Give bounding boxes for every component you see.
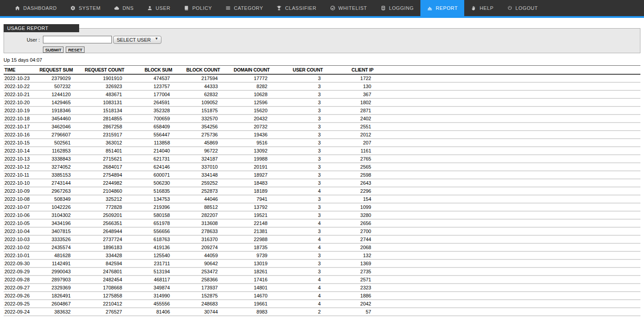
nav-item-category[interactable]: CATEGORY [219, 0, 270, 16]
table-cell: 2814855 [75, 115, 127, 123]
table-cell: 30744 [174, 308, 222, 316]
table-cell: 349874 [127, 284, 174, 292]
table-cell: 3 [272, 203, 325, 211]
table-cell: 2509201 [75, 211, 127, 219]
table-cell: 19436 [222, 131, 272, 139]
submit-button[interactable]: SUBMIT [43, 47, 64, 53]
table-cell: 1722 [325, 74, 376, 82]
table-cell: 700659 [127, 115, 174, 123]
table-row: 2022-10-14116285385140121404096722130923… [4, 147, 640, 155]
user-select-wrap: SELECT USER ▼ [113, 35, 161, 44]
nav-item-system[interactable]: SYSTEM [64, 0, 107, 16]
table-cell-filler [376, 243, 640, 251]
table-cell-filler [376, 90, 640, 98]
nav-item-policy[interactable]: POLICY [177, 0, 219, 16]
table-cell-filler [376, 106, 640, 115]
table-cell: 851401 [75, 147, 127, 155]
table-cell: 3 [272, 115, 325, 123]
table-cell-filler [376, 235, 640, 243]
table-cell: 2104860 [75, 187, 127, 195]
table-cell: 264591 [127, 98, 174, 106]
user-input[interactable] [43, 36, 112, 43]
table-cell-filler [376, 284, 640, 292]
table-cell: 2867258 [75, 123, 127, 131]
column-header: DOMAIN COUNT [222, 66, 272, 75]
table-cell: 2022-10-22 [4, 82, 39, 90]
table-row: 2022-10-23237902919019104745372175941777… [4, 74, 640, 82]
table-cell: 258366 [174, 276, 222, 284]
book-icon [184, 5, 189, 11]
table-cell: 363012 [75, 139, 127, 147]
table-row: 2022-10-17346204628672586584093542562073… [4, 123, 640, 131]
table-row: 2022-09-25260486722104124555562486831966… [4, 300, 640, 308]
table-cell: 253472 [174, 267, 222, 276]
table-cell: 2022-10-19 [4, 106, 39, 115]
table-row: 2022-09-26182649112758583149901528751467… [4, 292, 640, 300]
table-cell-filler [376, 308, 640, 316]
table-cell: 624146 [127, 163, 174, 171]
table-cell-filler [376, 300, 640, 308]
table-cell: 4 [272, 219, 325, 227]
nav-item-logging[interactable]: LOGGING [374, 0, 421, 16]
table-cell: 7941 [222, 195, 272, 203]
table-cell: 2022-10-17 [4, 123, 39, 131]
table-cell: 278633 [174, 227, 222, 235]
table-cell: 2604867 [39, 300, 75, 308]
table-cell: 419136 [127, 243, 174, 251]
table-cell: 125540 [127, 251, 174, 259]
table-cell: 2022-10-14 [4, 147, 39, 155]
nav-item-dashboard[interactable]: DASHBOARD [8, 0, 64, 16]
table-cell: 1161 [325, 147, 376, 155]
table-cell: 2435574 [39, 243, 75, 251]
table-cell: 2022-10-04 [4, 227, 39, 235]
nav-item-dns[interactable]: DNS [107, 0, 140, 16]
table-cell: 3434196 [39, 219, 75, 227]
nav-item-whitelist[interactable]: WHITELIST [323, 0, 374, 16]
nav-item-label: CATEGORY [234, 5, 263, 11]
table-row: 2022-10-04340781526489445566562786332138… [4, 227, 640, 235]
table-cell: 1518134 [75, 106, 127, 115]
nav-item-help[interactable]: HELP [464, 0, 500, 16]
table-cell: 2022-10-07 [4, 203, 39, 211]
cloud-icon [114, 5, 119, 11]
table-cell: 9739 [222, 251, 272, 259]
reset-button[interactable]: RESET [66, 47, 85, 53]
nav-item-user[interactable]: USER [140, 0, 177, 16]
table-row: 2022-10-07104222677282821939688512137923… [4, 203, 640, 211]
table-cell: 2476801 [75, 267, 127, 276]
table-cell: 44059 [174, 251, 222, 259]
table-cell: 2244982 [75, 179, 127, 187]
nav-item-classifier[interactable]: CLASSIFIER [270, 0, 323, 16]
table-cell: 316370 [174, 235, 222, 243]
nav-item-report[interactable]: REPORT [420, 0, 464, 16]
table-cell: 2022-10-15 [4, 139, 39, 147]
table-cell: 3 [272, 98, 325, 106]
table-cell: 513194 [127, 267, 174, 276]
table-cell: 314990 [127, 292, 174, 300]
user-select[interactable]: SELECT USER [113, 36, 161, 44]
table-cell: 2744 [325, 235, 376, 243]
table-cell: 81406 [127, 308, 174, 316]
table-cell: 2656 [325, 219, 376, 227]
table-row: 2022-10-05343419625663516519783136082214… [4, 219, 640, 227]
list-icon [225, 5, 231, 11]
table-cell: 483671 [75, 90, 127, 98]
table-cell: 2735 [325, 267, 376, 276]
nav-item-logout[interactable]: LOGOUT [500, 0, 545, 16]
table-row: 2022-10-21124412048367117700462832106283… [4, 90, 640, 98]
table-cell: 325212 [75, 195, 127, 203]
table-cell: 19521 [222, 211, 272, 219]
table-cell-filler [376, 139, 640, 147]
table-cell: 21381 [222, 227, 272, 235]
bar-chart-icon [427, 5, 432, 11]
table-cell: 2566351 [75, 219, 127, 227]
column-header: CLIENT IP [325, 66, 376, 75]
table-cell: 580158 [127, 211, 174, 219]
table-cell: 2022-10-21 [4, 90, 39, 98]
table-cell: 3 [272, 267, 325, 276]
table-cell: 2022-10-02 [4, 243, 39, 251]
table-cell: 4 [272, 284, 325, 292]
nav-item-label: LOGGING [389, 5, 414, 11]
table-cell: 1802 [325, 98, 376, 106]
table-cell: 90642 [174, 259, 222, 267]
